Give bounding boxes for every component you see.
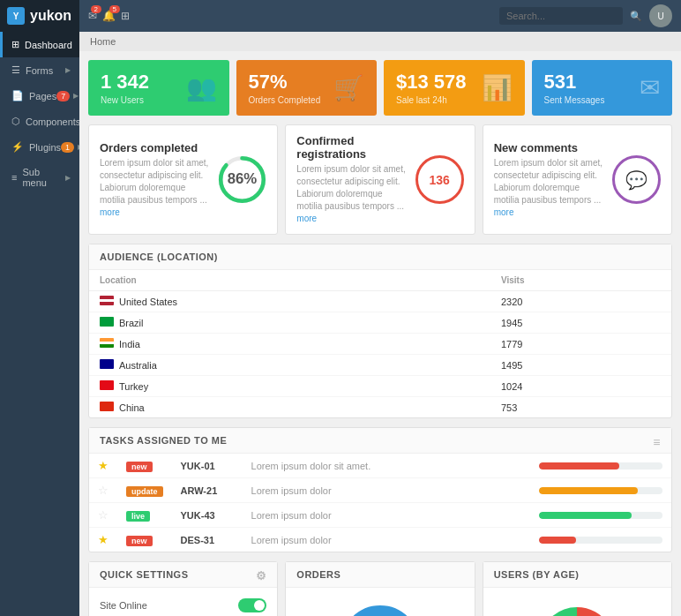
- info-panels: Orders completed Lorem ipsum dolor sit a…: [88, 124, 672, 235]
- sidebar-item-components[interactable]: ⬡ Components ▶: [0, 109, 79, 134]
- audience-table-row: Australia1495: [89, 355, 671, 376]
- arrow-icon-pages: ▶: [73, 92, 79, 100]
- toggle-site-online[interactable]: [238, 598, 266, 612]
- sidebar-item-pages[interactable]: 📄 Pages 7 ▶: [0, 83, 79, 109]
- topbar-left: ✉2 🔔5 ⊞: [88, 10, 130, 22]
- task-desc: Lorem ipsum dolor: [243, 478, 530, 503]
- panel-desc-orders: Lorem ipsum dolor sit amet, consectetur …: [100, 157, 209, 219]
- stat-value-sale: $13 578: [396, 71, 467, 94]
- stat-label-new-users: New Users: [101, 95, 149, 105]
- search-icon: 🔍: [630, 11, 642, 22]
- sidebar-label-dashboard: Dashboard: [25, 40, 72, 50]
- task-progress: [530, 478, 671, 503]
- panel-text-registrations: Confirmed registrations Lorem ipsum dolo…: [296, 134, 406, 225]
- audience-country: Australia: [89, 355, 490, 376]
- orders-donut-svg: [332, 597, 429, 616]
- sidebar-label-plugins: Plugins: [29, 142, 61, 153]
- audience-col-visits: Visits: [490, 270, 671, 291]
- sidebar-item-forms[interactable]: ☰ Forms ▶: [0, 57, 79, 83]
- audience-country: China: [89, 397, 490, 418]
- more-link-comments[interactable]: more: [494, 207, 514, 217]
- audience-country: United States: [89, 291, 490, 312]
- task-desc: Lorem ipsum dolor: [243, 503, 530, 528]
- panel-desc-comments: Lorem ipsum dolor sit amet, consectetur …: [494, 157, 603, 219]
- arrow-icon-forms: ▶: [65, 66, 71, 74]
- task-tag: new: [117, 528, 172, 552]
- bell-icon[interactable]: 🔔5: [102, 10, 116, 22]
- stat-label-orders: Orders Completed: [249, 95, 321, 105]
- registrations-counter: 136: [415, 155, 464, 204]
- components-icon: ⬡: [11, 116, 20, 127]
- topbar-right: 🔍 U: [499, 4, 672, 27]
- sidebar-item-dashboard[interactable]: ⊞ Dashboard: [0, 32, 79, 57]
- audience-country: Turkey: [89, 376, 490, 397]
- envelope-icon[interactable]: ✉2: [88, 10, 97, 22]
- task-star[interactable]: ★: [89, 528, 117, 552]
- quick-settings-title: QUICK SETTINGS ⚙: [89, 562, 277, 588]
- qs-label: Site Online: [100, 600, 147, 611]
- task-star[interactable]: ☆: [89, 503, 117, 528]
- logo-icon: Y: [7, 7, 25, 25]
- task-tag: update: [117, 478, 172, 503]
- users-age-title: USERS (BY AGE): [483, 562, 671, 588]
- envelope-badge: 2: [91, 5, 101, 13]
- audience-country: Brazil: [89, 312, 490, 334]
- comments-icon-circle: 💬: [612, 155, 661, 204]
- submenu-icon: ≡: [11, 172, 17, 183]
- table-row: ★ new DES-31 Lorem ipsum dolor: [89, 528, 671, 552]
- main-area: ✉2 🔔5 ⊞ 🔍 U Home 1 342 New Users 👥: [79, 0, 681, 616]
- bottom-row: QUICK SETTINGS ⚙ Site OnlineCache Enable…: [88, 561, 672, 616]
- audience-visits: 1945: [490, 312, 671, 334]
- tasks-title: TASKS ASSIGNED TO ME ≡: [89, 428, 671, 454]
- flag-icon-tr: [100, 380, 114, 390]
- task-desc: Lorem ipsum dolor sit amet.: [243, 454, 530, 478]
- audience-table-row: China753: [89, 397, 671, 418]
- flag-icon-us: [100, 296, 114, 305]
- more-link-registrations[interactable]: more: [296, 214, 317, 223]
- stat-card-new-users: 1 342 New Users 👥: [88, 60, 229, 116]
- info-panel-orders: Orders completed Lorem ipsum dolor sit a…: [88, 124, 278, 235]
- bell-badge: 5: [109, 5, 120, 13]
- sidebar-item-submenu[interactable]: ≡ Sub menu ▶: [0, 160, 79, 195]
- app-name: yukon: [30, 8, 71, 24]
- users-age-section: USERS (BY AGE) 18-24 25-32 33-4: [483, 561, 672, 616]
- audience-visits: 2320: [490, 291, 671, 312]
- stat-card-orders: 57% Orders Completed 🛒: [236, 60, 378, 116]
- sidebar-item-plugins[interactable]: ⚡ Plugins 1 ▶: [0, 134, 79, 160]
- audience-title: AUDIENCE (LOCATION): [89, 244, 671, 270]
- task-id: DES-31: [172, 528, 243, 552]
- quick-settings-items: Site OnlineCache EnabledCatalog ModeStat…: [89, 588, 277, 616]
- task-tag: live: [117, 503, 172, 528]
- audience-col-location: Location: [89, 270, 490, 291]
- registrations-value: 136: [429, 173, 449, 187]
- table-row: ☆ live YUK-43 Lorem ipsum dolor: [89, 503, 671, 528]
- audience-table-row: United States2320: [89, 291, 671, 312]
- settings-gear-icon[interactable]: ⚙: [256, 569, 267, 582]
- task-id: YUK-43: [172, 503, 243, 528]
- stat-card-sale: $13 578 Sale last 24h 📊: [384, 60, 525, 116]
- stat-card-messages: 531 Sent Messages ✉: [532, 60, 673, 116]
- sidebar-label-forms: Forms: [26, 65, 53, 76]
- users-age-container: 18-24 25-32 33-40 41-67: [483, 588, 671, 616]
- plugins-badge: 1: [61, 142, 74, 153]
- tasks-tools-icon[interactable]: ≡: [653, 435, 661, 449]
- audience-country: India: [89, 334, 490, 355]
- quick-settings-section: QUICK SETTINGS ⚙ Site OnlineCache Enable…: [88, 561, 278, 616]
- panel-text-comments: New comments Lorem ipsum dolor sit amet,…: [494, 141, 603, 219]
- task-star[interactable]: ★: [89, 454, 117, 478]
- panel-desc-registrations: Lorem ipsum dolor sit amet, consectetur …: [296, 163, 406, 225]
- search-input[interactable]: [499, 7, 623, 25]
- comment-bubble-icon: 💬: [625, 169, 647, 191]
- content-area: 1 342 New Users 👥 57% Orders Completed 🛒…: [79, 51, 681, 616]
- panel-text-orders: Orders completed Lorem ipsum dolor sit a…: [100, 141, 209, 219]
- flag-icon-cn: [100, 402, 114, 411]
- stat-value-orders: 57%: [249, 71, 321, 94]
- task-progress: [530, 503, 671, 528]
- more-link-orders[interactable]: more: [100, 207, 120, 217]
- audience-visits: 1779: [490, 334, 671, 355]
- grid-icon[interactable]: ⊞: [121, 10, 130, 22]
- task-star[interactable]: ☆: [89, 478, 117, 503]
- stat-icon-orders: 🛒: [333, 73, 364, 102]
- tasks-table: ★ new YUK-01 Lorem ipsum dolor sit amet.…: [89, 454, 671, 552]
- panel-title-comments: New comments: [494, 141, 603, 154]
